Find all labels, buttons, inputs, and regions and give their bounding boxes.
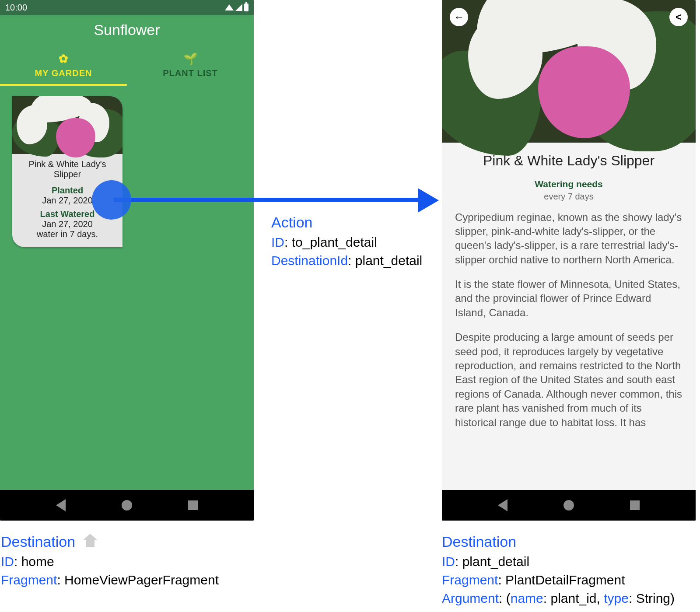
plant-name: Pink & White Lady's Slipper — [17, 159, 118, 179]
nav-home-icon[interactable] — [564, 500, 574, 511]
arg-type-label: type — [604, 591, 629, 605]
annotation-destination-home: Destination ID: home Fragment: HomeViewP… — [1, 532, 219, 589]
phone-home: 10:00 Sunflower ✿ MY GARDEN 🌱 PLANT LIST — [0, 0, 254, 521]
nav-back-icon[interactable] — [56, 499, 66, 511]
battery-icon — [244, 3, 248, 11]
nav-recent-icon[interactable] — [630, 500, 640, 510]
action-dest-label: DestinationId — [271, 253, 348, 268]
my-garden-content: Pink & White Lady's Slipper Planted Jan … — [0, 86, 254, 490]
plant-thumbnail — [12, 96, 122, 154]
tab-my-garden[interactable]: ✿ MY GARDEN — [0, 45, 127, 86]
arg-name-value: plant_id — [550, 591, 596, 605]
dest-fragment-label: Fragment — [442, 573, 498, 587]
action-dest-value: plant_detail — [355, 253, 422, 268]
action-title: Action — [271, 212, 313, 233]
water-due: water in 7 days. — [17, 229, 118, 239]
tab-label: MY GARDEN — [35, 68, 92, 78]
annotation-action: Action ID: to_plant_detail DestinationId… — [271, 212, 422, 270]
touch-indicator — [92, 180, 131, 220]
dest-id-label: ID — [1, 554, 14, 569]
arg-type-value: String — [636, 591, 670, 605]
dest-id-value: home — [21, 554, 54, 569]
status-bar: 10:00 — [0, 0, 254, 15]
detail-paragraph: Despite producing a large amount of seed… — [455, 330, 682, 430]
dest-id-value: plant_detail — [462, 554, 529, 569]
hero-image: 10:00 ← < — [442, 0, 696, 143]
tab-label: PLANT LIST — [163, 68, 218, 78]
tabs: ✿ MY GARDEN 🌱 PLANT LIST — [0, 45, 254, 86]
dest-id-label: ID — [442, 554, 455, 569]
tab-plant-list[interactable]: 🌱 PLANT LIST — [127, 45, 254, 86]
nav-arrow — [114, 198, 420, 202]
nav-back-icon[interactable] — [498, 499, 508, 511]
detail-paragraph: Cypripedium reginae, known as the showy … — [455, 210, 682, 267]
phone-detail: 10:00 ← < — [442, 0, 696, 521]
annotation-destination-detail: Destination ID: plant_detail Fragment: P… — [442, 532, 675, 608]
arrow-left-icon: ← — [454, 11, 464, 23]
home-icon — [83, 535, 97, 548]
wifi-icon — [225, 4, 234, 10]
detail-content: 10:00 ← < — [442, 0, 696, 490]
arg-name-label: name — [511, 591, 543, 605]
arrow-head-icon — [418, 188, 439, 213]
action-id-label: ID — [271, 235, 284, 249]
flower-icon: ✿ — [59, 52, 69, 66]
dest-fragment-label: Fragment — [1, 573, 57, 587]
status-icons — [225, 3, 248, 11]
detail-paragraph: It is the state flower of Minnesota, Uni… — [455, 277, 682, 320]
system-nav — [0, 490, 254, 521]
nav-home-icon[interactable] — [122, 500, 132, 511]
status-time: 10:00 — [5, 3, 27, 13]
watering-value: every 7 days — [455, 191, 682, 203]
dest-fragment-value: PlantDetailFragment — [505, 573, 625, 587]
plant-title: Pink & White Lady's Slipper — [455, 151, 682, 170]
dest-arg-label: Argument — [442, 591, 499, 605]
watered-date: Jan 27, 2020 — [17, 219, 118, 229]
system-nav — [442, 490, 696, 521]
app-title: Sunflower — [0, 15, 254, 45]
destination-title: Destination — [442, 532, 516, 553]
share-icon: < — [676, 11, 682, 23]
destination-title: Destination — [1, 532, 75, 553]
nav-recent-icon[interactable] — [188, 500, 198, 510]
back-button[interactable]: ← — [450, 8, 468, 26]
sprout-icon: 🌱 — [183, 52, 198, 66]
detail-body: Pink & White Lady's Slipper Watering nee… — [442, 143, 696, 440]
share-button[interactable]: < — [669, 8, 688, 26]
dest-fragment-value: HomeViewPagerFragment — [64, 573, 219, 587]
action-id-value: to_plant_detail — [292, 235, 377, 249]
watering-label: Watering needs — [455, 178, 682, 190]
signal-icon — [235, 4, 242, 11]
plant-card[interactable]: Pink & White Lady's Slipper Planted Jan … — [12, 96, 122, 247]
